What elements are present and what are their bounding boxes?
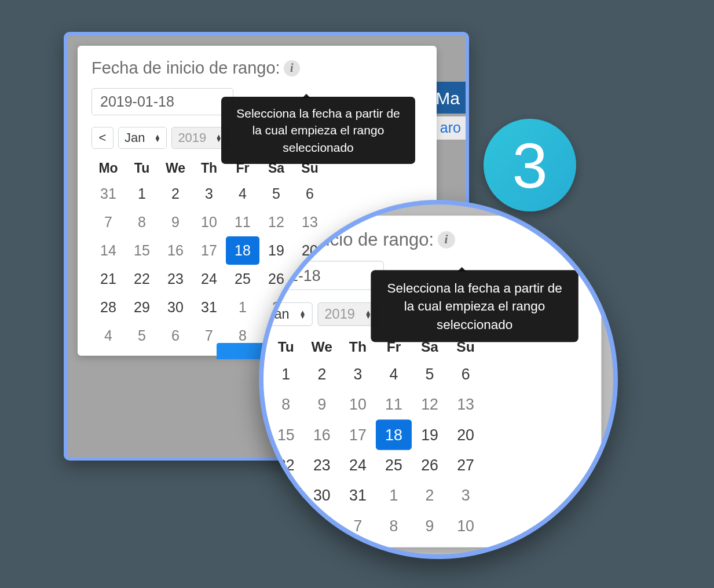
calendar-day[interactable]: 2: [159, 180, 192, 208]
calendar-day[interactable]: 6: [304, 511, 340, 541]
calendar-day[interactable]: 8: [268, 389, 304, 419]
bg-text-fragment: aro: [440, 119, 461, 136]
calendar-day[interactable]: 16: [159, 236, 192, 265]
calendar-day[interactable]: 1: [226, 293, 259, 322]
bg-text-fragment: Ma: [435, 89, 460, 108]
year-value: 2019: [178, 130, 206, 145]
calendar-day[interactable]: 5: [125, 322, 159, 350]
year-select[interactable]: 2019 ▲▼: [171, 127, 228, 149]
year-value: 2019: [325, 306, 355, 322]
calendar-day[interactable]: 2: [412, 480, 448, 510]
calendar-day[interactable]: 20: [448, 419, 484, 450]
calendar-day[interactable]: 16: [304, 419, 340, 450]
calendar-day[interactable]: 31: [259, 359, 268, 389]
calendar-day[interactable]: 9: [159, 208, 192, 236]
calendar-day[interactable]: 5: [412, 359, 448, 389]
calendar-day[interactable]: 8: [376, 511, 412, 541]
calendar-day[interactable]: 23: [159, 265, 192, 293]
calendar-day[interactable]: 1: [125, 180, 159, 208]
step-number: 3: [512, 129, 547, 202]
calendar-day[interactable]: 1: [268, 359, 304, 389]
calendar-day[interactable]: 8: [125, 208, 159, 236]
calendar-day[interactable]: 19: [412, 419, 448, 450]
zoom-lens: Fecha de inicio de rango: i < Jan ▲▼ 201…: [259, 200, 618, 559]
calendar-day[interactable]: 11: [226, 208, 259, 236]
calendar-day[interactable]: 9: [304, 389, 340, 419]
calendar-day[interactable]: 3: [448, 480, 484, 510]
tooltip-text: Selecciona la fecha a partir de la cual …: [387, 281, 562, 332]
calendar-day[interactable]: 1: [376, 480, 412, 510]
calendar-day[interactable]: 22: [125, 265, 159, 293]
calendar-day[interactable]: 29: [125, 293, 159, 322]
sort-icon: ▲▼: [299, 311, 306, 318]
calendar-day[interactable]: 12: [259, 208, 293, 236]
month-select[interactable]: Jan ▲▼: [118, 127, 167, 149]
calendar-day[interactable]: 19: [259, 236, 293, 265]
calendar-day[interactable]: 10: [192, 208, 226, 236]
calendar-day[interactable]: 31: [192, 293, 226, 322]
calendar-day[interactable]: 4: [376, 359, 412, 389]
calendar-day[interactable]: 5: [268, 511, 304, 541]
calendar-day[interactable]: 25: [226, 265, 259, 293]
calendar-day[interactable]: 9: [412, 511, 448, 541]
calendar-day[interactable]: 15: [125, 236, 159, 265]
calendar-day[interactable]: 24: [340, 450, 376, 480]
weekday-label: Mo: [91, 157, 125, 180]
calendar-day[interactable]: 24: [192, 265, 226, 293]
calendar-day[interactable]: 23: [304, 450, 340, 480]
prev-month-button[interactable]: <: [91, 127, 113, 149]
calendar-day[interactable]: 10: [448, 511, 484, 541]
calendar-day[interactable]: 4: [226, 180, 259, 208]
calendar-day[interactable]: 6: [448, 359, 484, 389]
calendar-day[interactable]: 2: [304, 359, 340, 389]
date-range-card: Fecha de inicio de rango: i < Jan ▲▼ 201…: [259, 216, 601, 547]
calendar-day[interactable]: 5: [259, 180, 293, 208]
sort-icon: ▲▼: [154, 134, 160, 141]
calendar-day[interactable]: 11: [376, 389, 412, 419]
card-title: Fecha de inicio de rango:: [91, 59, 280, 78]
calendar-grid: 3112345678910111213141516171819202122232…: [259, 359, 587, 541]
calendar-day[interactable]: 6: [293, 180, 327, 208]
calendar-day[interactable]: 13: [293, 208, 327, 236]
calendar-day[interactable]: 25: [376, 450, 412, 480]
calendar-day[interactable]: 12: [412, 389, 448, 419]
calendar-day[interactable]: 13: [448, 389, 484, 419]
calendar-day[interactable]: 3: [340, 359, 376, 389]
calendar-day[interactable]: 7: [91, 208, 125, 236]
info-tooltip: Selecciona la fecha a partir de la cual …: [221, 97, 415, 164]
calendar-day[interactable]: 3: [192, 180, 226, 208]
calendar-day[interactable]: 17: [340, 419, 376, 450]
info-tooltip: Selecciona la fecha a partir de la cual …: [371, 270, 578, 342]
calendar-day[interactable]: 31: [340, 480, 376, 510]
info-icon[interactable]: i: [284, 60, 300, 76]
calendar-day[interactable]: 21: [91, 265, 125, 293]
info-icon[interactable]: i: [438, 231, 455, 248]
weekday-label: We: [304, 335, 340, 359]
calendar-day[interactable]: 31: [91, 180, 125, 208]
calendar-day[interactable]: 28: [259, 480, 268, 510]
step-number-badge: 3: [484, 119, 576, 211]
calendar-day[interactable]: 27: [448, 450, 484, 480]
weekday-label: Tu: [268, 335, 304, 359]
calendar-day[interactable]: 18: [376, 419, 412, 450]
calendar-day[interactable]: 17: [192, 236, 226, 265]
weekday-label: We: [159, 157, 192, 180]
tooltip-text: Selecciona la fecha a partir de la cual …: [236, 107, 400, 154]
calendar-day[interactable]: 18: [226, 236, 259, 265]
calendar-day[interactable]: 4: [91, 322, 125, 350]
calendar-day[interactable]: 15: [268, 419, 304, 450]
calendar-day[interactable]: 30: [159, 293, 192, 322]
calendar-day[interactable]: 30: [304, 480, 340, 510]
month-value: Jan: [125, 130, 145, 145]
calendar-day[interactable]: 10: [340, 389, 376, 419]
card-title-row: Fecha de inicio de rango: i: [91, 59, 423, 78]
calendar-day[interactable]: 6: [159, 322, 192, 350]
calendar-day[interactable]: 4: [259, 511, 268, 541]
calendar-day[interactable]: 29: [268, 480, 304, 510]
calendar-day[interactable]: 28: [91, 293, 125, 322]
calendar-day[interactable]: 7: [340, 511, 376, 541]
calendar-day[interactable]: 14: [91, 236, 125, 265]
calendar-day[interactable]: 26: [412, 450, 448, 480]
year-select[interactable]: 2019 ▲▼: [318, 302, 379, 326]
start-date-input[interactable]: [91, 88, 233, 115]
